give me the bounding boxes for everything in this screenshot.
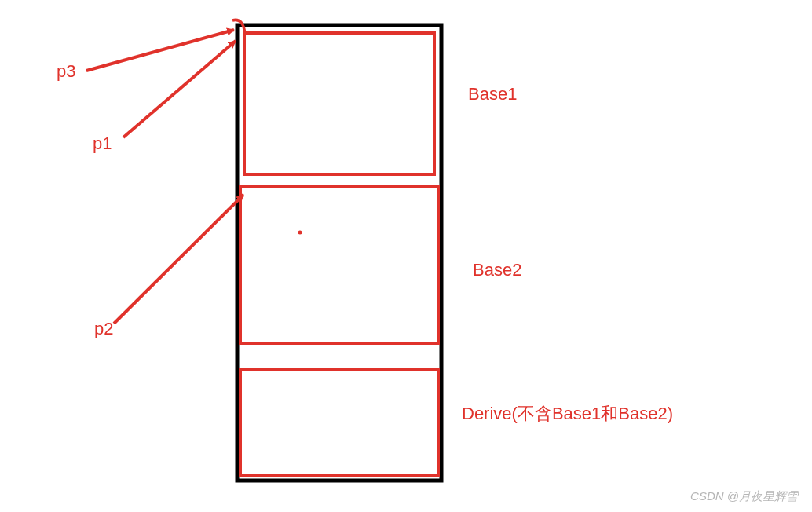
label-base1: Base1: [468, 84, 517, 104]
label-p2: p2: [94, 319, 113, 339]
arrow-p3: [86, 30, 234, 71]
watermark: CSDN @月夜星辉雪: [690, 489, 798, 504]
block-base1: [244, 33, 434, 174]
label-p1: p1: [93, 133, 112, 154]
memory-layout-diagram: [0, 0, 812, 512]
block-derive: [240, 370, 438, 475]
label-base2: Base2: [473, 260, 521, 280]
label-derive: Derive(不含Base1和Base2): [462, 402, 673, 426]
block-base2: [240, 186, 438, 343]
stray-dot: [298, 231, 302, 235]
outer-container: [237, 25, 441, 481]
arrow-p2: [114, 195, 243, 324]
label-p3: p3: [57, 61, 75, 82]
